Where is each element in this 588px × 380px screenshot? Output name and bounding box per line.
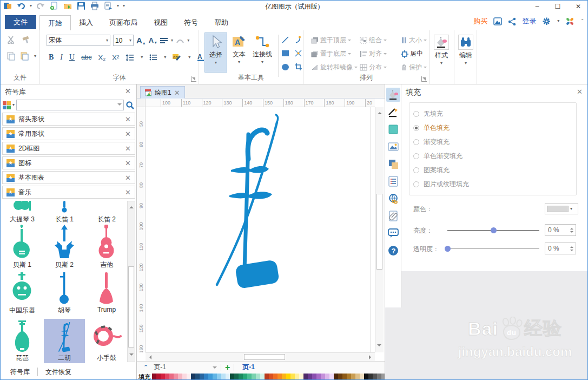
fill-panel-icon[interactable] [386, 88, 400, 102]
palette-swatch[interactable] [355, 374, 360, 380]
edit-button[interactable]: 编辑 ▾ [455, 32, 477, 73]
document-tab-close-icon[interactable]: ✕ [174, 89, 180, 96]
symbol-erhu[interactable]: 二胡 [44, 319, 85, 363]
settings-gear-icon[interactable] [542, 17, 551, 26]
scroll-up-icon[interactable] [129, 204, 134, 208]
palette-swatch[interactable] [325, 374, 329, 380]
arc-tool-icon[interactable] [294, 36, 302, 44]
category-close-icon[interactable]: ✕ [125, 160, 131, 167]
palette-swatch[interactable] [221, 374, 226, 380]
color-dropdown[interactable]: ▾ [545, 203, 578, 214]
palette-swatch[interactable] [156, 374, 161, 380]
page-list-panel-icon[interactable] [386, 174, 400, 188]
tab-help[interactable]: 帮助 [206, 15, 236, 30]
buy-button[interactable]: 购买 [473, 16, 487, 26]
decrease-font-icon[interactable]: A▼ [149, 36, 157, 44]
bring-to-front-button[interactable]: 置于顶层 [311, 34, 358, 47]
category-basic-charts[interactable]: ★基本图表✕ [2, 171, 135, 184]
scroll-left-icon[interactable] [147, 355, 151, 359]
connector-tool-button[interactable]: 连接线 ▾ [250, 32, 275, 73]
spin-down-icon[interactable] [570, 250, 573, 253]
shape-panel-icon[interactable] [386, 122, 400, 136]
palette-swatch[interactable] [217, 374, 221, 380]
paste-dropdown[interactable]: ▾ [34, 54, 36, 58]
pagebar-expand-icon[interactable]: ⌃ [143, 364, 148, 371]
palette-swatch[interactable] [161, 374, 165, 380]
palette-swatch[interactable] [252, 374, 256, 380]
send-to-back-button[interactable]: 置于底层 [311, 47, 358, 61]
category-arrow-shapes[interactable]: ★箭头形状✕ [2, 113, 135, 126]
palette-swatch[interactable] [312, 374, 316, 380]
highlight-dropdown[interactable]: ▾ [188, 55, 190, 60]
palette-swatch[interactable] [226, 374, 230, 380]
subscript-button[interactable]: X₂ [98, 54, 106, 62]
symbol-guitar[interactable]: 吉他 [86, 224, 127, 270]
spin-up-icon[interactable] [570, 226, 573, 230]
line-tool-icon[interactable] [281, 36, 289, 44]
symbol-pipa[interactable]: 琵琶 [2, 319, 43, 363]
category-close-icon[interactable]: ✕ [125, 145, 131, 152]
symbol-flute1[interactable]: 长笛 1 [44, 201, 85, 224]
fill-option-gradient[interactable]: 渐变填充 [413, 137, 450, 146]
ellipse-tool-icon[interactable] [281, 63, 289, 71]
attachment-panel-icon[interactable] [386, 209, 400, 223]
fill-option-pattern[interactable]: 图案填充 [413, 166, 450, 174]
erhu-shape[interactable] [212, 113, 285, 291]
palette-swatch[interactable] [360, 374, 364, 380]
palette-swatch[interactable] [290, 374, 295, 380]
palette-swatch[interactable] [338, 374, 342, 380]
close-button[interactable]: ✕ [568, 1, 588, 12]
arc-text-icon[interactable] [176, 37, 184, 44]
transparency-slider[interactable] [447, 248, 539, 249]
palette-swatch[interactable] [278, 374, 282, 380]
file-menu-button[interactable]: 文件 [5, 15, 36, 29]
scroll-up-icon[interactable] [378, 110, 382, 114]
line-spacing-icon[interactable] [125, 54, 134, 61]
palette-swatch[interactable] [377, 374, 381, 380]
page-dropdown-caret[interactable] [213, 366, 217, 371]
minimize-button[interactable]: – [527, 1, 547, 12]
shadow-panel-icon[interactable] [386, 157, 400, 171]
palette-swatch[interactable] [200, 374, 204, 380]
italic-button[interactable]: I [60, 53, 63, 62]
palette-swatch[interactable] [165, 374, 169, 380]
font-dialog-launcher[interactable] [191, 76, 196, 82]
brightness-slider-handle[interactable] [491, 227, 497, 233]
canvas-h-scrollbar[interactable] [146, 352, 375, 361]
palette-swatch[interactable] [208, 374, 213, 380]
align-dropdown[interactable]: ▾ [171, 38, 173, 43]
palette-swatch[interactable] [204, 374, 208, 380]
style-button[interactable]: 样式 ▾ [431, 32, 452, 73]
palette-swatch[interactable] [178, 374, 182, 380]
category-close-icon[interactable]: ✕ [125, 189, 131, 196]
palette-swatch[interactable] [303, 374, 308, 380]
document-tab[interactable]: 绘图1 ✕ [140, 86, 185, 99]
palette-swatch[interactable] [239, 374, 243, 380]
fill-option-none[interactable]: 无填充 [413, 109, 443, 118]
fill-option-picture-texture[interactable]: 图片或纹理填充 [413, 180, 469, 188]
superscript-button[interactable]: X² [112, 54, 119, 62]
fill-panel-close-icon[interactable]: ✕ [577, 88, 583, 95]
tab-page-layout[interactable]: 页面布局 [101, 15, 146, 30]
fill-option-single-gradient[interactable]: 单色渐变填充 [413, 152, 463, 160]
page-dropdown[interactable]: 页-1 [154, 363, 166, 372]
palette-swatch[interactable] [265, 374, 269, 380]
palette-swatch[interactable] [295, 374, 299, 380]
palette-swatch[interactable] [234, 374, 239, 380]
library-picker-dropdown[interactable]: ▾ [12, 103, 15, 107]
paste-special-icon[interactable] [21, 52, 29, 61]
symbol-bass1[interactable]: 贝斯 1 [2, 224, 43, 270]
tab-symbol[interactable]: 符号 [176, 15, 206, 30]
palette-swatch[interactable] [191, 374, 195, 380]
palette-swatch[interactable] [230, 374, 234, 380]
symbol-chinese-instrument[interactable]: 中国乐器 [2, 271, 43, 315]
select-tool-button[interactable]: 选择 ▾ [204, 32, 227, 73]
underline-button[interactable]: U [69, 53, 75, 62]
palette-swatch[interactable] [364, 374, 368, 380]
crop-tool-icon[interactable] [294, 63, 302, 71]
share-icon[interactable] [508, 17, 516, 25]
palette-swatch[interactable] [334, 374, 338, 380]
distribute-button[interactable]: 分布 [360, 61, 399, 74]
palette-swatch[interactable] [342, 374, 347, 380]
library-picker-icon[interactable] [3, 101, 11, 109]
